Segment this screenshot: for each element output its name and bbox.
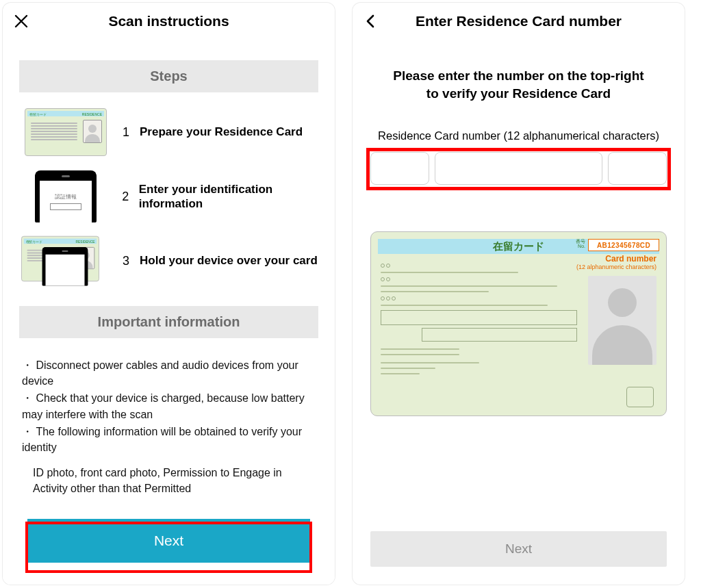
page-title: Scan instructions — [108, 13, 229, 29]
bottom-bar: Next — [353, 531, 685, 585]
screen-scan-instructions: Scan instructions Steps 在留カード RESIDENCE … — [3, 3, 335, 585]
phone-screen-label: 認証情報 — [55, 193, 77, 201]
step-row: 在留カード RESIDENCE 1 Prepare your Residence… — [19, 107, 318, 157]
card-number-segment-2[interactable] — [435, 152, 602, 185]
instruction-text: Please enter the number on the top-right… — [353, 40, 685, 102]
important-information-body: ・ Disconnect power cables and audio devi… — [3, 353, 335, 497]
sample-chip-icon — [626, 387, 654, 407]
back-button[interactable] — [362, 12, 380, 30]
sample-residence-card: 在留カード 番号No. AB12345678CD Card number (12… — [370, 231, 667, 416]
next-button-disabled[interactable]: Next — [370, 531, 667, 567]
page-title: Enter Residence Card number — [416, 13, 622, 29]
card-number-segment-1[interactable] — [370, 152, 429, 185]
next-button-label: Next — [505, 541, 532, 557]
bottom-bar: Next — [3, 513, 335, 585]
step-3-illustration: 在留カード RESIDENCE — [19, 236, 112, 285]
header: Scan instructions — [3, 3, 335, 40]
obtained-info-text: ID photo, front card photo, Permission t… — [22, 465, 316, 496]
sample-text-lines — [381, 259, 577, 379]
step-text: Prepare your Residence Card — [140, 125, 303, 139]
step-row: 認証情報 2 Enter your identification informa… — [19, 172, 318, 221]
header: Enter Residence Card number — [353, 3, 685, 40]
step-row: 在留カード RESIDENCE 3 Hold your device over … — [19, 236, 318, 285]
steps-list: 在留カード RESIDENCE 1 Prepare your Residence… — [3, 107, 335, 285]
card-phone-icon: 在留カード RESIDENCE — [19, 235, 112, 287]
important-bullet: ・ Disconnect power cables and audio devi… — [22, 357, 316, 389]
screen-enter-card-number: Enter Residence Card number Please enter… — [353, 3, 685, 585]
step-text: Hold your device over your card — [140, 253, 318, 268]
important-bullet: ・ The following information will be obta… — [22, 424, 316, 455]
next-button[interactable]: Next — [27, 519, 310, 563]
step-number: 3 — [122, 254, 130, 268]
close-button[interactable] — [12, 12, 30, 30]
step-2-illustration: 認証情報 — [19, 172, 112, 221]
important-header: Important information — [19, 306, 318, 338]
important-bullet: ・ Check that your device is charged, bec… — [22, 390, 316, 422]
card-number-segment-3[interactable] — [608, 152, 667, 185]
residence-card-icon: 在留カード RESIDENCE — [25, 108, 107, 156]
phone-icon: 認証情報 — [35, 170, 97, 222]
card-number-sublabel: (12 alphanumeric characters) — [576, 264, 657, 270]
step-1-illustration: 在留カード RESIDENCE — [19, 107, 112, 157]
step-number: 1 — [122, 125, 130, 140]
chevron-left-icon — [364, 14, 379, 29]
step-text: Enter your identification information — [139, 182, 318, 212]
close-icon — [14, 14, 29, 29]
sample-card-number: AB12345678CD — [588, 239, 659, 251]
card-number-input-row — [353, 152, 685, 185]
card-number-label: Card number — [605, 254, 657, 264]
sample-number-kanji: 番号No. — [576, 239, 585, 248]
steps-header: Steps — [19, 60, 318, 92]
sample-photo-placeholder — [588, 276, 657, 365]
next-button-label: Next — [154, 533, 183, 549]
sample-card-wrap: 在留カード 番号No. AB12345678CD Card number (12… — [370, 231, 667, 416]
field-label: Residence Card number (12 alphanumerical… — [353, 129, 685, 142]
step-number: 2 — [122, 190, 129, 204]
